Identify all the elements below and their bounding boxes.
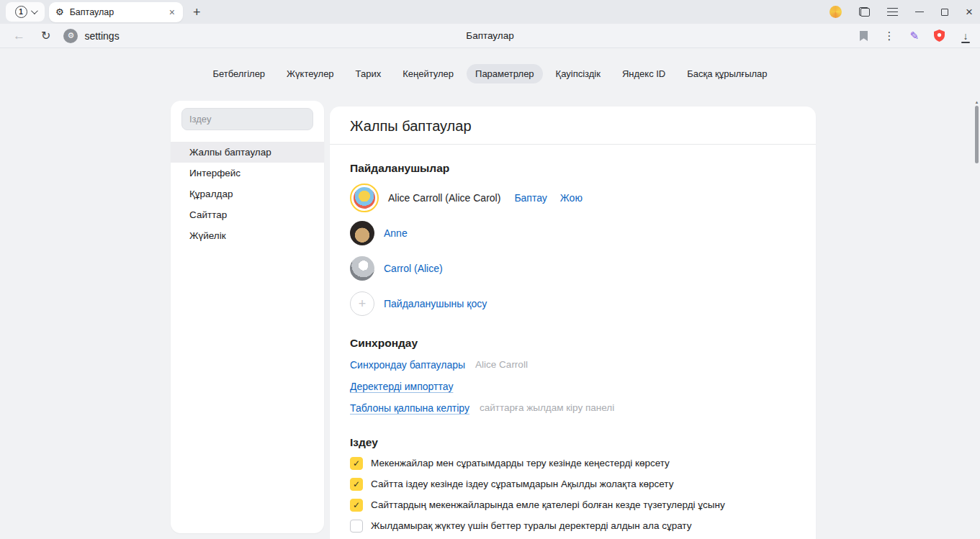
checkbox-label: Сайттардың мекенжайларында емле қателері…	[371, 499, 725, 510]
sidebar-item-sites[interactable]: Сайттар	[171, 204, 324, 225]
window-close-button[interactable]: ×	[966, 6, 973, 18]
sidebar-menu: Жалпы баптаулар Интерфейс Құралдар Сайтт…	[171, 142, 324, 246]
user-row-carrol: Carrol (Alice)	[350, 254, 796, 283]
avatar-image	[354, 187, 375, 209]
address-bar: ← ↻ ⚙ settings Баптаулар ⋮ ✎ ↓	[0, 24, 980, 48]
sync-row-settings: Синхрондау баптаулары Alice Carroll	[350, 358, 796, 371]
tableau-note: сайттарға жылдам кіру панелі	[480, 402, 614, 413]
chevron-down-icon	[30, 7, 37, 14]
add-user-row: + Пайдаланушыны қосу	[350, 289, 796, 318]
sync-row-tableau: Таблоны қалпына келтіру сайттарға жылдам…	[350, 401, 796, 415]
settings-nav-tabs: Бетбелгілер Жүктеулер Тарих Кеңейтулер П…	[0, 49, 980, 83]
checkbox-label: Мекенжайлар мен сұратымдарды теру кезінд…	[371, 458, 670, 468]
delete-user-link[interactable]: Жою	[560, 192, 583, 204]
user-avatar[interactable]	[350, 221, 374, 245]
check-icon: ✓	[353, 459, 360, 468]
sidebar-item-general[interactable]: Жалпы баптаулар	[171, 142, 324, 163]
checkbox-row-site-search: ✓ Сайтта іздеу кезінде іздеу сұратымдары…	[350, 477, 796, 491]
add-user-icon[interactable]: +	[350, 291, 374, 316]
nav-tab-bookmarks[interactable]: Бетбелгілер	[204, 64, 274, 83]
window-maximize-button[interactable]	[941, 9, 948, 16]
sync-settings-link[interactable]: Синхрондау баптаулары	[350, 359, 465, 371]
tab-strip: 1 ⚙ Баптаулар × + ×	[0, 0, 980, 24]
overflow-menu-icon[interactable]: ⋮	[884, 30, 894, 42]
window-minimize-button[interactable]	[915, 12, 924, 13]
browser-tab-settings[interactable]: ⚙ Баптаулар ×	[49, 2, 183, 22]
checkbox-row-typo-fix: ✓ Сайттардың мекенжайларында емле қателе…	[350, 498, 796, 512]
tab-title: Баптаулар	[70, 7, 168, 17]
back-icon[interactable]: ←	[13, 29, 25, 43]
sync-section: Синхрондау Синхрондау баптаулары Alice C…	[350, 337, 796, 415]
new-tab-button[interactable]: +	[190, 6, 204, 19]
nav-tab-downloads[interactable]: Жүктеулер	[278, 64, 343, 83]
alice-assistant-icon[interactable]	[830, 6, 842, 18]
search-heading: Іздеу	[350, 436, 796, 449]
checkbox-site-search[interactable]: ✓	[350, 478, 363, 491]
user-row-anne: Anne	[350, 219, 796, 248]
page-scrollbar[interactable]: ▲	[974, 99, 979, 537]
protect-shield-icon[interactable]	[934, 30, 945, 42]
check-icon: ✓	[353, 480, 360, 489]
nav-tab-history[interactable]: Тарих	[347, 64, 390, 83]
sync-row-import: Деректерді импорттау	[350, 379, 796, 393]
tab-group-button[interactable]: 1	[6, 2, 45, 22]
scroll-up-arrow[interactable]: ▲	[974, 99, 979, 105]
bookmark-icon[interactable]	[859, 30, 868, 42]
tab-close-icon[interactable]: ×	[168, 6, 176, 18]
sidebar-search-input[interactable]	[181, 108, 313, 130]
nav-tab-yandex-id[interactable]: Яндекс ID	[613, 64, 674, 83]
user-row-current: Alice Carroll (Alice Carol) Баптау Жою	[350, 184, 796, 212]
nav-tab-other-devices[interactable]: Басқа құрылғылар	[678, 64, 776, 83]
nav-tab-security[interactable]: Қауіпсіздік	[547, 64, 609, 83]
settings-sidebar: Жалпы баптаулар Интерфейс Құралдар Сайтт…	[171, 101, 324, 533]
sync-account-note: Alice Carroll	[475, 359, 528, 370]
scrollbar-thumb[interactable]	[975, 106, 979, 163]
pencil-icon[interactable]: ✎	[909, 30, 919, 42]
restore-tableau-link[interactable]: Таблоны қалпына келтіру	[350, 402, 469, 414]
users-heading: Пайдаланушылар	[350, 162, 796, 175]
search-section: Іздеу ✓ Мекенжайлар мен сұратымдарды тер…	[350, 436, 796, 539]
current-user-avatar[interactable]	[350, 184, 379, 212]
user-link-anne[interactable]: Anne	[384, 227, 408, 239]
page-title: Жалпы баптаулар	[350, 118, 796, 135]
checkbox-row-suggestions: ✓ Мекенжайлар мен сұратымдарды теру кезі…	[350, 456, 796, 470]
site-badge-icon[interactable]: ⚙	[63, 29, 78, 43]
tab-group-count-badge: 1	[15, 6, 27, 18]
checkbox-prefetch[interactable]: ✓	[350, 520, 363, 533]
add-user-link[interactable]: Пайдаланушыны қосу	[384, 298, 487, 309]
download-icon[interactable]: ↓	[960, 30, 971, 42]
sidebar-item-interface[interactable]: Интерфейс	[171, 163, 324, 184]
gear-favicon-icon: ⚙	[55, 6, 64, 17]
current-user-name: Alice Carroll (Alice Carol)	[388, 192, 500, 204]
settings-main-panel: Жалпы баптаулар Пайдаланушылар Alice Car…	[330, 107, 816, 539]
checkbox-suggestions[interactable]: ✓	[350, 457, 363, 470]
nav-tab-extensions[interactable]: Кеңейтулер	[394, 64, 462, 83]
user-avatar[interactable]	[350, 256, 374, 281]
checkbox-label: Сайтта іздеу кезінде іздеу сұратымдарын …	[371, 479, 673, 489]
url-text[interactable]: settings	[84, 30, 119, 42]
sync-heading: Синхрондау	[350, 337, 796, 350]
import-data-link[interactable]: Деректерді импорттау	[350, 381, 453, 392]
checkbox-typo-fix[interactable]: ✓	[350, 499, 363, 512]
address-bar-page-title: Баптаулар	[0, 30, 980, 41]
checkbox-row-prefetch: ✓ Жылдамырақ жүктеу үшін беттер туралы д…	[350, 519, 796, 533]
nav-tab-settings[interactable]: Параметрлер	[467, 64, 543, 83]
sidebar-item-tools[interactable]: Құралдар	[171, 184, 324, 204]
refresh-icon[interactable]: ↻	[41, 29, 50, 42]
menu-hamburger-icon[interactable]	[887, 8, 898, 16]
check-icon: ✓	[353, 501, 360, 509]
user-link-carrol[interactable]: Carrol (Alice)	[384, 263, 443, 274]
users-section: Пайдаланушылар Alice Carroll (Alice Caro…	[350, 162, 796, 318]
sidebar-item-system[interactable]: Жүйелік	[171, 225, 324, 246]
main-header: Жалпы баптаулар	[330, 107, 816, 145]
configure-user-link[interactable]: Баптау	[514, 192, 547, 204]
checkbox-label: Жылдамырақ жүктеу үшін беттер туралы дер…	[371, 520, 691, 531]
tab-panel-icon[interactable]	[859, 7, 870, 17]
settings-page: Бетбелгілер Жүктеулер Тарих Кеңейтулер П…	[0, 49, 980, 539]
